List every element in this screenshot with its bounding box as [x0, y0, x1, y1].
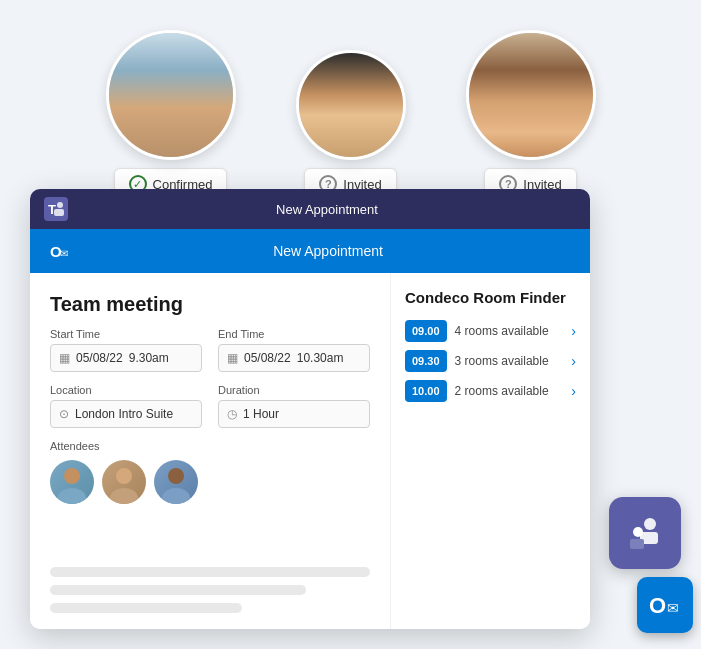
- room-finder-title: Condeco Room Finder: [405, 289, 576, 306]
- skeleton-line-3: [50, 603, 242, 613]
- room-chevron-2: ›: [571, 383, 576, 399]
- avatar-3: [466, 30, 596, 160]
- attendee-avatar-1: [50, 460, 94, 504]
- location-value: London Intro Suite: [75, 407, 173, 421]
- room-item-0[interactable]: 09.00 4 rooms available ›: [405, 320, 576, 342]
- attendee-avatar-3: [154, 460, 198, 504]
- svg-point-12: [162, 488, 190, 504]
- start-time-input[interactable]: ▦ 05/08/22 9.30am: [50, 344, 202, 372]
- svg-text:✉: ✉: [60, 248, 68, 259]
- clock-icon: ◷: [227, 407, 237, 421]
- form-area: Team meeting Start Time ▦ 05/08/22 9.30a…: [30, 273, 390, 629]
- location-group: Location ⊙ London Intro Suite: [50, 384, 202, 428]
- outlook-panel: O ✉ New Appointment Team meeting Start T…: [30, 229, 590, 629]
- room-item-1[interactable]: 09.30 3 rooms available ›: [405, 350, 576, 372]
- end-time-group: End Time ▦ 05/08/22 10.30am: [218, 328, 370, 372]
- location-label: Location: [50, 384, 202, 396]
- person-card-3: ? Invited: [466, 30, 596, 200]
- skeleton-lines: [50, 567, 370, 613]
- outlook-badge-icon: O ✉: [647, 587, 683, 623]
- start-time: 9.30am: [129, 351, 169, 365]
- teams-titlebar: T New Appointment: [30, 189, 590, 229]
- outlook-header: O ✉ New Appointment: [30, 229, 590, 273]
- svg-point-11: [168, 468, 184, 484]
- svg-point-10: [110, 488, 138, 504]
- svg-point-9: [116, 468, 132, 484]
- room-availability-0: 4 rooms available: [455, 324, 564, 338]
- teams-window-title: New Appointment: [78, 202, 576, 217]
- room-time-2: 10.00: [405, 380, 447, 402]
- svg-rect-16: [630, 539, 644, 549]
- end-time: 10.30am: [297, 351, 344, 365]
- main-area: T New Appointment O ✉ New Appointment: [0, 189, 701, 649]
- calendar-icon-start: ▦: [59, 351, 70, 365]
- room-time-0: 09.00: [405, 320, 447, 342]
- end-time-input[interactable]: ▦ 05/08/22 10.30am: [218, 344, 370, 372]
- room-chevron-1: ›: [571, 353, 576, 369]
- room-item-2[interactable]: 10.00 2 rooms available ›: [405, 380, 576, 402]
- person-card-1: ✓ Confirmed: [106, 30, 236, 200]
- start-date: 05/08/22: [76, 351, 123, 365]
- svg-point-7: [64, 468, 80, 484]
- svg-text:O: O: [649, 593, 666, 618]
- end-time-label: End Time: [218, 328, 370, 340]
- svg-point-2: [57, 202, 63, 208]
- duration-label: Duration: [218, 384, 370, 396]
- svg-text:✉: ✉: [667, 600, 679, 616]
- attendees-group: Attendees: [50, 440, 370, 547]
- room-time-1: 09.30: [405, 350, 447, 372]
- meeting-title: Team meeting: [50, 293, 370, 316]
- attendee-avatar-2: [102, 460, 146, 504]
- svg-point-8: [58, 488, 86, 504]
- outlook-panel-title: New Appointment: [82, 243, 574, 259]
- room-chevron-0: ›: [571, 323, 576, 339]
- teams-logo-icon: T: [44, 197, 68, 221]
- teams-badge-icon: [624, 512, 666, 554]
- calendar-icon-end: ▦: [227, 351, 238, 365]
- svg-point-15: [633, 527, 643, 537]
- location-input[interactable]: ⊙ London Intro Suite: [50, 400, 202, 428]
- duration-group: Duration ◷ 1 Hour: [218, 384, 370, 428]
- duration-input[interactable]: ◷ 1 Hour: [218, 400, 370, 428]
- outlook-badge: O ✉: [637, 577, 693, 633]
- room-finder: Condeco Room Finder 09.00 4 rooms availa…: [390, 273, 590, 629]
- end-date: 05/08/22: [244, 351, 291, 365]
- start-time-group: Start Time ▦ 05/08/22 9.30am: [50, 328, 202, 372]
- avatar-2: [296, 50, 406, 160]
- duration-value: 1 Hour: [243, 407, 279, 421]
- attendees-label: Attendees: [50, 440, 370, 452]
- location-row: Location ⊙ London Intro Suite Duration ◷…: [50, 384, 370, 428]
- room-availability-2: 2 rooms available: [455, 384, 564, 398]
- teams-badge: [609, 497, 681, 569]
- top-section: ✓ Confirmed ? Invited ? Invited: [0, 0, 701, 200]
- svg-point-13: [644, 518, 656, 530]
- teams-window: T New Appointment O ✉ New Appointment: [30, 189, 590, 629]
- attendees-row: [50, 460, 370, 504]
- outlook-header-icon: O ✉: [46, 238, 72, 264]
- skeleton-line-1: [50, 567, 370, 577]
- location-icon: ⊙: [59, 407, 69, 421]
- person-card-2: ? Invited: [296, 50, 406, 200]
- start-time-label: Start Time: [50, 328, 202, 340]
- appointment-body: Team meeting Start Time ▦ 05/08/22 9.30a…: [30, 273, 590, 629]
- avatar-1: [106, 30, 236, 160]
- room-availability-1: 3 rooms available: [455, 354, 564, 368]
- time-row: Start Time ▦ 05/08/22 9.30am End Time ▦: [50, 328, 370, 372]
- svg-rect-3: [54, 209, 64, 216]
- skeleton-line-2: [50, 585, 306, 595]
